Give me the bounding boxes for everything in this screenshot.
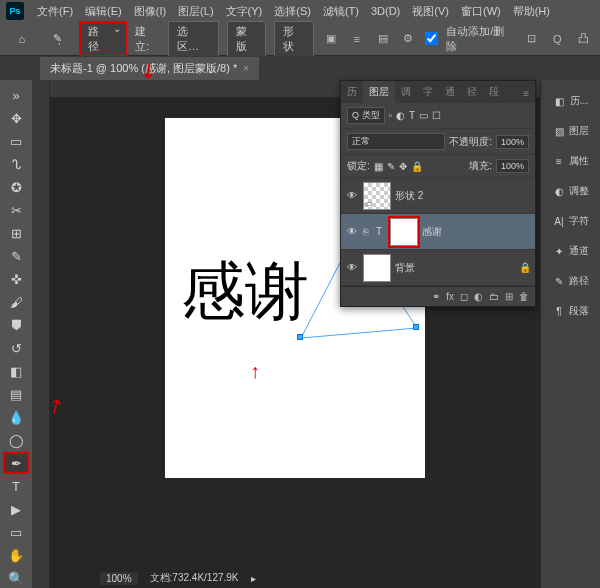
shape-tool[interactable]: ▭ — [3, 521, 29, 543]
history-brush-tool[interactable]: ↺ — [3, 337, 29, 359]
menu-view[interactable]: 视图(V) — [407, 2, 454, 21]
visibility-icon[interactable]: 👁 — [345, 262, 359, 273]
heal-tool[interactable]: ✜ — [3, 268, 29, 290]
zoom-tool[interactable]: 🔍 — [3, 567, 29, 588]
stamp-tool[interactable]: ⛊ — [3, 314, 29, 336]
crop-tool[interactable]: ✂ — [3, 199, 29, 221]
close-icon[interactable]: × — [243, 63, 249, 74]
panel-adjustments[interactable]: ◐调整 — [541, 176, 600, 206]
lock-all-icon[interactable]: 🔒 — [411, 161, 423, 172]
layer-row[interactable]: 👁 ▭ 形状 2 — [341, 178, 535, 214]
menu-file[interactable]: 文件(F) — [32, 2, 78, 21]
eyedropper-tool[interactable]: ✎ — [3, 245, 29, 267]
make-shape-button[interactable]: 形状 — [274, 21, 314, 57]
document-tab[interactable]: 未标题-1 @ 100% (感谢, 图层蒙版/8) * × — [40, 57, 259, 80]
mask-icon[interactable]: ◻ — [460, 291, 468, 302]
menu-window[interactable]: 窗口(W) — [456, 2, 506, 21]
gradient-tool[interactable]: ▤ — [3, 383, 29, 405]
lock-paint-icon[interactable]: ✎ — [387, 161, 395, 172]
brush-tool[interactable]: 🖌 — [3, 291, 29, 313]
panel-tab-char[interactable]: 字 — [417, 81, 439, 103]
panel-tab-path[interactable]: 径 — [461, 81, 483, 103]
panel-tab-chan[interactable]: 通 — [439, 81, 461, 103]
path-select-tool[interactable]: ▶ — [3, 498, 29, 520]
share-icon[interactable]: 凸 — [574, 30, 592, 48]
filter-adj-icon[interactable]: ◐ — [396, 110, 405, 121]
make-mask-button[interactable]: 蒙版 — [227, 21, 267, 57]
zoom-level[interactable]: 100% — [100, 572, 138, 585]
layer-name[interactable]: 背景 — [395, 261, 415, 275]
panel-channels[interactable]: ✦通道 — [541, 236, 600, 266]
panel-layers[interactable]: ▧图层 — [541, 116, 600, 146]
blur-tool[interactable]: 💧 — [3, 406, 29, 428]
arrange-icon[interactable]: ▤ — [374, 30, 392, 48]
eraser-tool[interactable]: ◧ — [3, 360, 29, 382]
chevron-right-icon[interactable]: ▸ — [251, 573, 256, 584]
fill-input[interactable]: 100% — [496, 159, 529, 173]
filter-smart-icon[interactable]: ☐ — [432, 110, 441, 121]
menu-3d[interactable]: 3D(D) — [366, 3, 405, 19]
filter-img-icon[interactable]: ▫ — [389, 110, 393, 121]
link-layers-icon[interactable]: ⚭ — [432, 291, 440, 302]
make-selection-button[interactable]: 选区… — [168, 21, 219, 57]
align-edges-icon[interactable]: ⊡ — [523, 30, 541, 48]
panel-history[interactable]: ◧历... — [541, 86, 600, 116]
layer-thumbnail[interactable]: ▭ — [363, 182, 391, 210]
panel-tab-layers[interactable]: 图层 — [363, 81, 395, 103]
align-icon[interactable]: ≡ — [348, 30, 366, 48]
link-icon[interactable]: ⎘ — [363, 227, 368, 237]
home-icon[interactable]: ⌂ — [8, 29, 36, 49]
pen-tool[interactable]: ✒ — [3, 452, 29, 474]
panel-tab-adjust[interactable]: 调 — [395, 81, 417, 103]
visibility-icon[interactable]: 👁 — [345, 190, 359, 201]
path-node[interactable] — [297, 334, 303, 340]
menu-help[interactable]: 帮助(H) — [508, 2, 555, 21]
new-layer-icon[interactable]: ⊞ — [505, 291, 513, 302]
layer-name[interactable]: 感谢 — [422, 225, 442, 239]
tool-preset-icon[interactable]: ✎̩ — [44, 29, 72, 49]
visibility-icon[interactable]: 👁 — [345, 226, 359, 237]
marquee-tool[interactable]: ▭ — [3, 130, 29, 152]
panel-character[interactable]: A|字符 — [541, 206, 600, 236]
lock-trans-icon[interactable]: ▦ — [374, 161, 383, 172]
panel-menu-icon[interactable]: ≡ — [517, 84, 535, 103]
collapse-icon[interactable]: » — [3, 84, 29, 106]
path-node[interactable] — [413, 324, 419, 330]
quick-select-tool[interactable]: ✪ — [3, 176, 29, 198]
menu-select[interactable]: 选择(S) — [269, 2, 316, 21]
menu-layer[interactable]: 图层(L) — [173, 2, 218, 21]
layer-row[interactable]: 👁 ⎘ T 感谢 — [341, 214, 535, 250]
menu-filter[interactable]: 滤镜(T) — [318, 2, 364, 21]
menu-type[interactable]: 文字(Y) — [221, 2, 268, 21]
gear-icon[interactable]: ⚙ — [399, 30, 417, 48]
frame-tool[interactable]: ⊞ — [3, 222, 29, 244]
layer-thumbnail[interactable] — [363, 254, 391, 282]
menu-edit[interactable]: 编辑(E) — [80, 2, 127, 21]
panel-tab-para[interactable]: 段 — [483, 81, 505, 103]
menu-image[interactable]: 图像(I) — [129, 2, 171, 21]
type-tool[interactable]: T — [3, 475, 29, 497]
panel-properties[interactable]: ≡属性 — [541, 146, 600, 176]
fx-icon[interactable]: fx — [446, 291, 454, 302]
layer-name[interactable]: 形状 2 — [395, 189, 423, 203]
filter-type-icon[interactable]: T — [409, 110, 415, 121]
adjustment-icon[interactable]: ◐ — [474, 291, 483, 302]
group-icon[interactable]: 🗀 — [489, 291, 499, 302]
hand-tool[interactable]: ✋ — [3, 544, 29, 566]
panel-tab-history[interactable]: 历 — [341, 81, 363, 103]
path-op-icon[interactable]: ▣ — [322, 30, 340, 48]
filter-shape-icon[interactable]: ▭ — [419, 110, 428, 121]
panel-paragraph[interactable]: ¶段落 — [541, 296, 600, 326]
search-icon[interactable]: Q — [548, 30, 566, 48]
layer-filter-dropdown[interactable]: Q 类型 — [347, 107, 385, 124]
auto-add-checkbox[interactable] — [425, 32, 438, 45]
panel-paths[interactable]: ✎路径 — [541, 266, 600, 296]
lasso-tool[interactable]: ᔐ — [3, 153, 29, 175]
layer-row[interactable]: 👁 背景 🔒 — [341, 250, 535, 286]
dodge-tool[interactable]: ◯ — [3, 429, 29, 451]
layer-mask-thumbnail[interactable] — [390, 218, 418, 246]
blend-mode-dropdown[interactable]: 正常 — [347, 133, 445, 150]
opacity-input[interactable]: 100% — [496, 135, 529, 149]
move-tool[interactable]: ✥ — [3, 107, 29, 129]
trash-icon[interactable]: 🗑 — [519, 291, 529, 302]
